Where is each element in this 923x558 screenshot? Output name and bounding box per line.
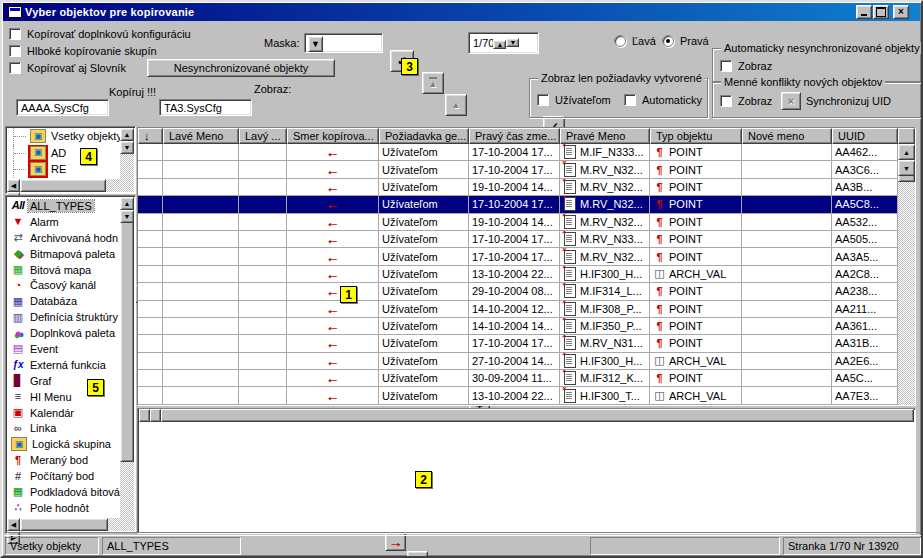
column-header[interactable]: ↓ <box>138 128 163 144</box>
table-row[interactable]: Užívateľom 17-10-2004 17... M.RV_N31... … <box>138 335 898 352</box>
checkbox-box[interactable] <box>624 94 636 106</box>
checkbox-filter-user[interactable]: Užívateľom <box>537 94 611 106</box>
checkbox-copy-dictionary[interactable]: Kopírovať aj Slovník <box>9 62 126 74</box>
type-list-item[interactable]: Doplnková paleta <box>7 325 122 341</box>
scroll-thumb[interactable] <box>20 518 108 531</box>
table-row[interactable]: Užívateľom 17-10-2004 17... M.IF_N333...… <box>138 144 898 161</box>
cell-right-time: 17-10-2004 17... <box>469 144 560 161</box>
type-list-item[interactable]: Linka <box>7 420 122 436</box>
scroll-thumb[interactable] <box>120 210 134 462</box>
scroll-left-button[interactable]: ◀ <box>7 518 20 531</box>
checkbox-box[interactable] <box>9 28 21 40</box>
checkbox-box[interactable] <box>720 60 732 72</box>
tree-vscrollbar[interactable]: ▲ ▼ <box>120 128 134 179</box>
table-row[interactable]: Užívateľom 14-10-2004 14... M.IF350_P...… <box>138 318 898 335</box>
table-row[interactable]: Užívateľom 17-10-2004 17... M.RV_N33... … <box>138 231 898 248</box>
checkbox-box[interactable] <box>9 62 21 74</box>
scroll-up-button[interactable]: ▲ <box>120 197 134 210</box>
spinner-up-button[interactable]: ▲ <box>493 40 506 49</box>
checkbox-box[interactable] <box>720 95 732 107</box>
table-row[interactable]: Užívateľom 14-10-2004 12... M.IF308_P...… <box>138 301 898 318</box>
minimize-button[interactable] <box>856 5 872 19</box>
column-header[interactable]: Pravé Meno <box>560 128 650 144</box>
type-list-item[interactable]: Bitová mapa <box>7 262 122 278</box>
table-row[interactable]: Užívateľom 29-10-2004 08... M.IF314_L...… <box>138 283 898 300</box>
tree-item[interactable]: RE <box>7 161 120 178</box>
column-header[interactable]: UUID <box>832 128 898 144</box>
list-vscrollbar[interactable]: ▲ ▼ <box>120 197 134 519</box>
checkbox-deep-copy-groups[interactable]: Hlboké kopírovanie skupín <box>9 45 157 57</box>
type-list-item[interactable]: Pole hodnôt <box>7 500 122 516</box>
type-list-item[interactable]: Logická skupina <box>7 436 122 452</box>
radio-left-side[interactable]: Ľavá <box>614 35 656 47</box>
column-header[interactable]: Nové meno <box>742 128 832 144</box>
column-header[interactable]: Typ objektu <box>650 128 742 144</box>
table-row[interactable]: Užívateľom 19-10-2004 14... M.RV_N32... … <box>138 214 898 231</box>
type-list-item[interactable]: Alarm <box>7 214 122 230</box>
filter-dir-right-green-button[interactable] <box>407 551 428 558</box>
type-list-item[interactable]: Archivovaná hodn <box>7 230 122 246</box>
checkbox-auto-nesync-zobraz[interactable]: Zobraz <box>720 60 772 72</box>
table-row[interactable]: Užívateľom 17-10-2004 17... M.RV_N32... … <box>138 248 898 265</box>
table-row[interactable]: Užívateľom 13-10-2004 22... H.IF300_H...… <box>138 266 898 283</box>
spinner-down-button[interactable]: ▼ <box>506 38 519 47</box>
maximize-button[interactable] <box>873 5 889 19</box>
type-list-item[interactable]: Definícia štruktúry <box>7 309 122 325</box>
close-button[interactable]: × <box>893 5 909 19</box>
right-config-field[interactable]: TA3.SysCfg <box>159 99 252 116</box>
checkbox-filter-auto[interactable]: Automaticky <box>624 94 702 106</box>
scroll-thumb[interactable] <box>20 179 106 192</box>
type-list-item[interactable]: Bitmapová paleta <box>7 246 122 262</box>
type-list-item[interactable]: HI Menu <box>7 389 122 405</box>
type-list-item[interactable]: Kalendár <box>7 405 122 421</box>
tree-hscrollbar[interactable]: ◀ ▶ <box>7 179 134 192</box>
tree-item[interactable]: AD <box>7 145 120 162</box>
type-list-item[interactable]: Databáza <box>7 293 122 309</box>
combobox-dropdown-button[interactable]: ▼ <box>308 36 323 52</box>
sync-uid-x-button[interactable]: × <box>781 92 801 110</box>
type-list-item[interactable]: Graf <box>7 373 122 389</box>
scroll-left-button[interactable]: ◀ <box>7 179 20 192</box>
maska-combobox[interactable]: ▼ <box>304 33 383 53</box>
scroll-up-button[interactable]: ▲ <box>898 144 915 160</box>
checkbox-box[interactable] <box>9 45 21 57</box>
type-list-item[interactable]: Meraný bod <box>7 452 122 468</box>
type-list-item[interactable]: Počítaný bod <box>7 468 122 484</box>
type-list-item[interactable]: Časový kanál <box>7 277 122 293</box>
table-row[interactable]: Užívateľom 30-09-2004 11... M.IF312_K...… <box>138 370 898 387</box>
scroll-down-button[interactable]: ▼ <box>898 160 915 176</box>
column-header[interactable]: Požiadavka ge... <box>379 128 469 144</box>
go-prev-page-button[interactable]: ▲ <box>445 94 467 116</box>
column-header[interactable]: Pravý čas zme... <box>469 128 560 144</box>
table-row[interactable]: Užívateľom 19-10-2004 14... M.RV_N32... … <box>138 179 898 196</box>
page-spinner[interactable]: 1/70 ▲ ▼ <box>468 32 539 54</box>
status-type: ALL_TYPES <box>102 537 241 555</box>
checkbox-copy-additional-config[interactable]: Kopírovať doplnkovú konfiguráciu <box>9 28 191 40</box>
checkbox-conflicts-zobraz[interactable]: Zobraz <box>720 95 772 107</box>
radio-circle[interactable] <box>662 35 674 47</box>
type-list-item[interactable]: ALL_TYPES <box>7 198 122 214</box>
scroll-up-button[interactable]: ▲ <box>120 128 134 141</box>
scroll-down-button[interactable]: ▼ <box>120 210 134 223</box>
type-list-item[interactable]: Podkladová bitová <box>7 484 122 500</box>
cell-new-name <box>742 335 832 352</box>
checkbox-box[interactable] <box>537 94 549 106</box>
column-header[interactable]: Lavý ... <box>239 128 287 144</box>
table-vscrollbar[interactable]: ▲ ▼ <box>898 144 915 405</box>
scroll-down-button[interactable]: ▼ <box>120 141 134 154</box>
table-row[interactable]: Užívateľom 17-10-2004 17... M.RV_N32... … <box>138 161 898 178</box>
column-header[interactable]: Smer kopírova... <box>287 128 379 144</box>
table-row[interactable]: Užívateľom 27-10-2004 14... H.IF300_H...… <box>138 353 898 370</box>
radio-right-side[interactable]: Pravá <box>662 35 709 47</box>
column-header[interactable]: Lavé Meno <box>163 128 239 144</box>
tree-item[interactable]: Vsetky objekty <box>7 128 120 145</box>
table-row[interactable]: Užívateľom 13-10-2004 22... H.IF300_T...… <box>138 387 898 404</box>
left-config-field[interactable]: AAAA.SysCfg <box>16 99 109 116</box>
nesynchronized-objects-button[interactable]: Nesynchronizované objekty <box>147 59 335 77</box>
type-list-item[interactable]: Externá funkcia <box>7 357 122 373</box>
radio-circle[interactable] <box>614 35 626 47</box>
go-first-page-button[interactable]: ▲ <box>422 72 444 94</box>
type-list-item[interactable]: Event <box>7 341 122 357</box>
table-row[interactable]: Užívateľom 17-10-2004 17... M.RV_N32... … <box>138 196 898 213</box>
list-hscrollbar[interactable]: ◀ ▶ <box>7 518 135 531</box>
